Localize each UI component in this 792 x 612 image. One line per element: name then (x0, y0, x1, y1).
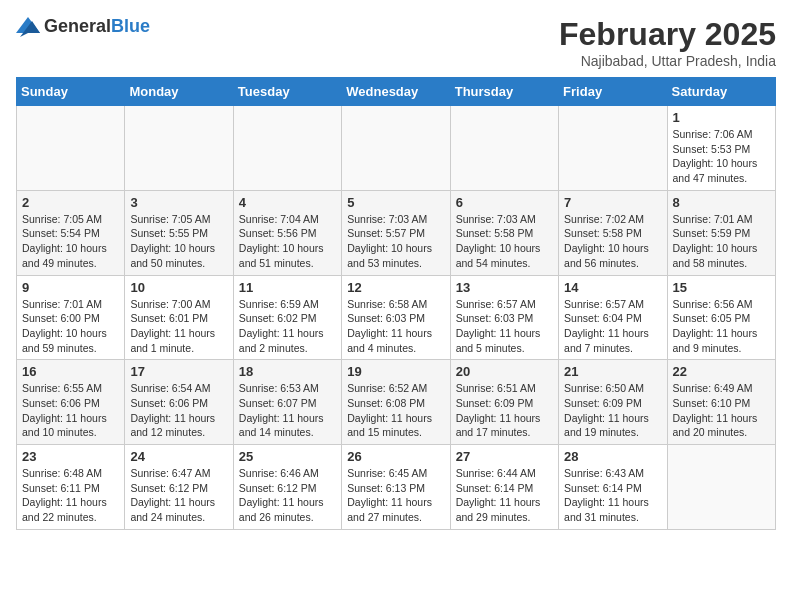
day-number: 23 (22, 449, 119, 464)
day-number: 18 (239, 364, 336, 379)
calendar-week-row: 16Sunrise: 6:55 AM Sunset: 6:06 PM Dayli… (17, 360, 776, 445)
calendar-cell: 26Sunrise: 6:45 AM Sunset: 6:13 PM Dayli… (342, 445, 450, 530)
calendar-cell (125, 106, 233, 191)
calendar-cell: 3Sunrise: 7:05 AM Sunset: 5:55 PM Daylig… (125, 190, 233, 275)
calendar-cell: 10Sunrise: 7:00 AM Sunset: 6:01 PM Dayli… (125, 275, 233, 360)
calendar-week-row: 23Sunrise: 6:48 AM Sunset: 6:11 PM Dayli… (17, 445, 776, 530)
day-number: 2 (22, 195, 119, 210)
day-number: 13 (456, 280, 553, 295)
day-info: Sunrise: 6:52 AM Sunset: 6:08 PM Dayligh… (347, 381, 444, 440)
day-number: 19 (347, 364, 444, 379)
day-number: 20 (456, 364, 553, 379)
day-info: Sunrise: 6:51 AM Sunset: 6:09 PM Dayligh… (456, 381, 553, 440)
day-info: Sunrise: 6:50 AM Sunset: 6:09 PM Dayligh… (564, 381, 661, 440)
day-number: 6 (456, 195, 553, 210)
day-info: Sunrise: 6:56 AM Sunset: 6:05 PM Dayligh… (673, 297, 770, 356)
month-title: February 2025 (559, 16, 776, 53)
day-number: 11 (239, 280, 336, 295)
calendar-cell (342, 106, 450, 191)
day-info: Sunrise: 7:05 AM Sunset: 5:55 PM Dayligh… (130, 212, 227, 271)
calendar-cell: 25Sunrise: 6:46 AM Sunset: 6:12 PM Dayli… (233, 445, 341, 530)
day-number: 26 (347, 449, 444, 464)
day-info: Sunrise: 6:55 AM Sunset: 6:06 PM Dayligh… (22, 381, 119, 440)
day-number: 15 (673, 280, 770, 295)
day-info: Sunrise: 6:58 AM Sunset: 6:03 PM Dayligh… (347, 297, 444, 356)
calendar-cell: 19Sunrise: 6:52 AM Sunset: 6:08 PM Dayli… (342, 360, 450, 445)
title-area: February 2025 Najibabad, Uttar Pradesh, … (559, 16, 776, 69)
page-header: GeneralBlue February 2025 Najibabad, Utt… (16, 16, 776, 69)
day-info: Sunrise: 7:05 AM Sunset: 5:54 PM Dayligh… (22, 212, 119, 271)
calendar-cell: 5Sunrise: 7:03 AM Sunset: 5:57 PM Daylig… (342, 190, 450, 275)
logo: GeneralBlue (16, 16, 150, 37)
day-info: Sunrise: 6:47 AM Sunset: 6:12 PM Dayligh… (130, 466, 227, 525)
calendar-cell: 6Sunrise: 7:03 AM Sunset: 5:58 PM Daylig… (450, 190, 558, 275)
calendar-cell: 14Sunrise: 6:57 AM Sunset: 6:04 PM Dayli… (559, 275, 667, 360)
weekday-header-monday: Monday (125, 78, 233, 106)
day-number: 27 (456, 449, 553, 464)
day-number: 25 (239, 449, 336, 464)
day-info: Sunrise: 7:00 AM Sunset: 6:01 PM Dayligh… (130, 297, 227, 356)
day-number: 4 (239, 195, 336, 210)
day-info: Sunrise: 6:49 AM Sunset: 6:10 PM Dayligh… (673, 381, 770, 440)
day-info: Sunrise: 7:03 AM Sunset: 5:58 PM Dayligh… (456, 212, 553, 271)
day-info: Sunrise: 7:02 AM Sunset: 5:58 PM Dayligh… (564, 212, 661, 271)
day-info: Sunrise: 7:03 AM Sunset: 5:57 PM Dayligh… (347, 212, 444, 271)
day-number: 24 (130, 449, 227, 464)
day-info: Sunrise: 7:06 AM Sunset: 5:53 PM Dayligh… (673, 127, 770, 186)
day-number: 8 (673, 195, 770, 210)
day-info: Sunrise: 6:48 AM Sunset: 6:11 PM Dayligh… (22, 466, 119, 525)
calendar-cell: 2Sunrise: 7:05 AM Sunset: 5:54 PM Daylig… (17, 190, 125, 275)
calendar-cell (450, 106, 558, 191)
calendar-cell: 12Sunrise: 6:58 AM Sunset: 6:03 PM Dayli… (342, 275, 450, 360)
day-number: 28 (564, 449, 661, 464)
logo-general: General (44, 16, 111, 36)
calendar-cell: 27Sunrise: 6:44 AM Sunset: 6:14 PM Dayli… (450, 445, 558, 530)
calendar-cell: 11Sunrise: 6:59 AM Sunset: 6:02 PM Dayli… (233, 275, 341, 360)
location-title: Najibabad, Uttar Pradesh, India (559, 53, 776, 69)
weekday-header-tuesday: Tuesday (233, 78, 341, 106)
calendar-cell: 17Sunrise: 6:54 AM Sunset: 6:06 PM Dayli… (125, 360, 233, 445)
calendar-week-row: 9Sunrise: 7:01 AM Sunset: 6:00 PM Daylig… (17, 275, 776, 360)
logo-blue: Blue (111, 16, 150, 36)
logo-icon (16, 17, 40, 37)
day-info: Sunrise: 6:46 AM Sunset: 6:12 PM Dayligh… (239, 466, 336, 525)
calendar-cell: 24Sunrise: 6:47 AM Sunset: 6:12 PM Dayli… (125, 445, 233, 530)
day-info: Sunrise: 7:01 AM Sunset: 5:59 PM Dayligh… (673, 212, 770, 271)
weekday-header-saturday: Saturday (667, 78, 775, 106)
day-info: Sunrise: 6:45 AM Sunset: 6:13 PM Dayligh… (347, 466, 444, 525)
day-number: 12 (347, 280, 444, 295)
calendar-week-row: 1Sunrise: 7:06 AM Sunset: 5:53 PM Daylig… (17, 106, 776, 191)
calendar-cell: 21Sunrise: 6:50 AM Sunset: 6:09 PM Dayli… (559, 360, 667, 445)
day-info: Sunrise: 7:04 AM Sunset: 5:56 PM Dayligh… (239, 212, 336, 271)
calendar-cell (559, 106, 667, 191)
calendar-cell: 15Sunrise: 6:56 AM Sunset: 6:05 PM Dayli… (667, 275, 775, 360)
calendar-cell (667, 445, 775, 530)
calendar-cell: 13Sunrise: 6:57 AM Sunset: 6:03 PM Dayli… (450, 275, 558, 360)
day-info: Sunrise: 6:44 AM Sunset: 6:14 PM Dayligh… (456, 466, 553, 525)
day-number: 3 (130, 195, 227, 210)
day-number: 9 (22, 280, 119, 295)
calendar-cell (17, 106, 125, 191)
day-number: 16 (22, 364, 119, 379)
day-number: 17 (130, 364, 227, 379)
weekday-header-sunday: Sunday (17, 78, 125, 106)
day-info: Sunrise: 6:59 AM Sunset: 6:02 PM Dayligh… (239, 297, 336, 356)
calendar-cell: 9Sunrise: 7:01 AM Sunset: 6:00 PM Daylig… (17, 275, 125, 360)
day-number: 14 (564, 280, 661, 295)
day-number: 5 (347, 195, 444, 210)
weekday-header-friday: Friday (559, 78, 667, 106)
day-info: Sunrise: 7:01 AM Sunset: 6:00 PM Dayligh… (22, 297, 119, 356)
day-number: 1 (673, 110, 770, 125)
day-number: 22 (673, 364, 770, 379)
calendar-cell: 16Sunrise: 6:55 AM Sunset: 6:06 PM Dayli… (17, 360, 125, 445)
calendar-cell: 28Sunrise: 6:43 AM Sunset: 6:14 PM Dayli… (559, 445, 667, 530)
logo-text: GeneralBlue (44, 16, 150, 37)
calendar-table: SundayMondayTuesdayWednesdayThursdayFrid… (16, 77, 776, 530)
day-number: 7 (564, 195, 661, 210)
calendar-week-row: 2Sunrise: 7:05 AM Sunset: 5:54 PM Daylig… (17, 190, 776, 275)
weekday-header-thursday: Thursday (450, 78, 558, 106)
calendar-cell (233, 106, 341, 191)
day-info: Sunrise: 6:43 AM Sunset: 6:14 PM Dayligh… (564, 466, 661, 525)
day-number: 21 (564, 364, 661, 379)
calendar-cell: 18Sunrise: 6:53 AM Sunset: 6:07 PM Dayli… (233, 360, 341, 445)
